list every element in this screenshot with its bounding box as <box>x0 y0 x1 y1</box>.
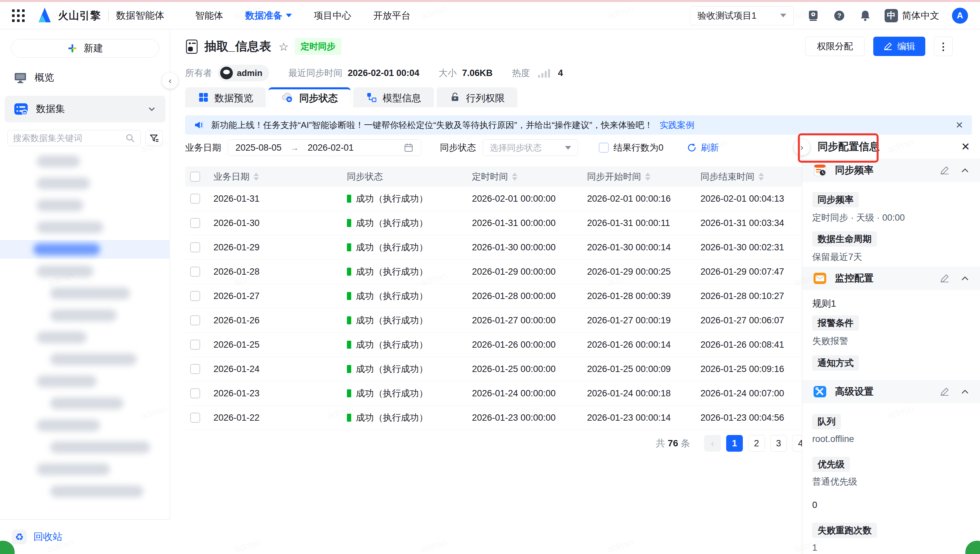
panel-collapse-button[interactable]: › <box>794 139 810 155</box>
tree-item[interactable] <box>0 350 170 369</box>
tab-数据预览[interactable]: 数据预览 <box>185 88 266 107</box>
search-box[interactable] <box>7 130 141 146</box>
sidebar-item-dataset[interactable]: 数据集 <box>5 96 166 123</box>
row-checkbox[interactable] <box>190 413 200 423</box>
table-row[interactable]: 2026-01-27成功（执行成功）2026-01-28 00:00:00202… <box>185 284 802 308</box>
table-row[interactable]: 2026-01-24成功（执行成功）2026-01-25 00:00:00202… <box>185 357 802 381</box>
cell-biz-date: 2026-01-28 <box>205 267 338 277</box>
cell-start-time: 2026-01-30 00:00:14 <box>582 242 697 253</box>
pagination-prev-button[interactable]: ‹ <box>704 435 721 452</box>
new-button[interactable]: 新建 <box>11 39 159 58</box>
tree-item[interactable] <box>0 372 170 391</box>
nav-item-项目中心[interactable]: 项目中心 <box>314 10 351 22</box>
date-range-picker[interactable]: 2025-08-05 → 2026-02-01 <box>228 139 421 156</box>
workbench-icon[interactable] <box>806 9 820 22</box>
table-row[interactable]: 2026-01-28成功（执行成功）2026-01-29 00:00:00202… <box>185 259 802 284</box>
tree-item[interactable] <box>0 460 170 479</box>
table-row[interactable]: 2026-01-30成功（执行成功）2026-01-31 00:00:00202… <box>185 211 802 235</box>
row-checkbox[interactable] <box>190 315 200 325</box>
language-switch[interactable]: 中 简体中文 <box>884 9 939 22</box>
edit-pencil-icon[interactable] <box>939 386 950 397</box>
field-label-chip: 失败重跑次数 <box>812 523 877 538</box>
recycle-bin-link[interactable]: 回收站 <box>34 530 62 544</box>
chevron-up-icon[interactable] <box>960 387 970 397</box>
table-row[interactable]: 2026-01-26成功（执行成功）2026-01-27 00:00:00202… <box>185 308 802 333</box>
zero-rows-checkbox[interactable] <box>599 143 609 153</box>
chevron-up-icon[interactable] <box>960 166 970 175</box>
more-actions-button[interactable]: ⋮ <box>934 37 953 56</box>
edit-pencil-icon[interactable] <box>939 165 950 176</box>
banner-practice-link[interactable]: 实践案例 <box>660 119 694 131</box>
redacted-text <box>37 155 80 167</box>
sort-icon[interactable] <box>512 173 517 181</box>
column-header-定时时间: 定时时间 <box>467 171 582 183</box>
tab-模型信息[interactable]: 模型信息 <box>353 88 434 107</box>
select-all-checkbox[interactable] <box>190 172 200 181</box>
dataset-filter-button[interactable] <box>145 130 163 146</box>
row-checkbox-cell <box>185 340 205 350</box>
help-icon[interactable]: ? <box>833 9 846 22</box>
row-checkbox[interactable] <box>190 194 200 204</box>
table-row[interactable]: 2026-01-31成功（执行成功）2026-02-01 00:00:00202… <box>185 187 802 211</box>
search-input[interactable] <box>13 133 125 143</box>
status-success-icon <box>347 244 351 252</box>
project-select[interactable]: 验收测试项目1 <box>690 6 794 25</box>
tab-行列权限[interactable]: 行列权限 <box>437 88 517 107</box>
banner-close-icon[interactable]: ✕ <box>956 120 963 131</box>
nav-item-开放平台[interactable]: 开放平台 <box>373 10 410 22</box>
row-checkbox[interactable] <box>190 340 200 350</box>
table-row[interactable]: 2026-01-25成功（执行成功）2026-01-26 00:00:00202… <box>185 333 802 357</box>
tree-item[interactable] <box>0 394 170 413</box>
tree-item[interactable] <box>0 416 170 435</box>
table-row[interactable]: 2026-01-22成功（执行成功）2026-01-23 00:00:00202… <box>185 406 802 430</box>
sort-icon[interactable] <box>645 173 650 181</box>
bell-icon[interactable] <box>859 9 872 22</box>
tree-item[interactable] <box>0 262 170 281</box>
star-icon[interactable]: ☆ <box>279 40 289 53</box>
row-checkbox[interactable] <box>190 242 200 252</box>
user-avatar[interactable]: A <box>952 8 968 24</box>
section-header-高级设置: 高级设置 <box>802 380 980 403</box>
row-checkbox[interactable] <box>190 218 200 228</box>
edit-button[interactable]: 编辑 <box>873 37 925 56</box>
row-checkbox[interactable] <box>190 267 200 277</box>
tree-item[interactable] <box>0 328 170 347</box>
zero-rows-checkbox-wrap[interactable]: 结果行数为0 <box>599 142 664 154</box>
dataset-icon <box>13 101 29 117</box>
field-label-chip: 优先级 <box>812 457 850 472</box>
cell-biz-date: 2026-01-30 <box>205 218 338 228</box>
table-row[interactable]: 2026-01-29成功（执行成功）2026-01-30 00:00:00202… <box>185 235 802 259</box>
row-checkbox[interactable] <box>190 364 200 374</box>
tree-item[interactable] <box>0 284 170 302</box>
nav-item-智能体[interactable]: 智能体 <box>195 10 223 22</box>
sync-status-select[interactable]: 选择同步状态 <box>483 139 578 156</box>
apps-grid-icon[interactable] <box>12 10 25 22</box>
tree-item[interactable] <box>0 482 170 501</box>
tree-item[interactable] <box>0 152 170 171</box>
tree-item[interactable] <box>0 438 170 457</box>
tree-item-selected[interactable] <box>0 240 170 259</box>
table-row[interactable]: 2026-01-23成功（执行成功）2026-01-24 00:00:00202… <box>185 381 802 406</box>
refresh-button[interactable]: 刷新 <box>687 142 719 154</box>
chevron-up-icon[interactable] <box>960 273 970 283</box>
tree-item[interactable] <box>0 174 170 193</box>
sidebar-collapse-button[interactable]: ‹ <box>162 73 178 89</box>
row-checkbox[interactable] <box>190 291 200 301</box>
edit-pencil-icon[interactable] <box>939 273 950 284</box>
tab-同步状态[interactable]: 同步状态 <box>268 88 351 107</box>
panel-close-icon[interactable]: ✕ <box>961 140 970 153</box>
tree-item[interactable] <box>0 218 170 237</box>
tree-item[interactable] <box>0 196 170 215</box>
sidebar-item-overview[interactable]: 概览 <box>5 67 166 89</box>
pagination-page-1[interactable]: 1 <box>726 435 743 452</box>
sort-icon[interactable] <box>254 173 259 181</box>
pagination-page-2[interactable]: 2 <box>748 435 765 452</box>
sort-icon[interactable] <box>758 173 764 181</box>
tree-item[interactable] <box>0 306 170 325</box>
pagination-page-3[interactable]: 3 <box>770 435 787 452</box>
nav-item-数据准备[interactable]: 数据准备 <box>245 10 292 22</box>
column-label: 业务日期 <box>214 171 249 183</box>
permission-button[interactable]: 权限分配 <box>805 37 865 56</box>
row-checkbox[interactable] <box>190 388 200 398</box>
cell-scheduled-time: 2026-01-26 00:00:00 <box>467 340 582 350</box>
